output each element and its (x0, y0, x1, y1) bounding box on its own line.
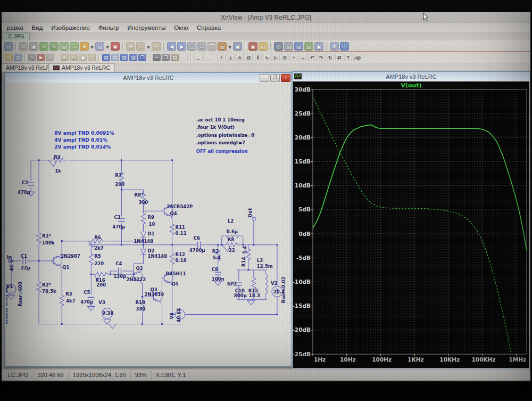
redo-icon[interactable]: ↷ (317, 54, 325, 61)
spice-directive-icon[interactable]: .op (353, 54, 361, 61)
save-icon[interactable]: ▤ (14, 54, 22, 61)
document-tab[interactable]: AMP18v v3 ReLRC (48, 63, 115, 72)
print-icon[interactable]: ▤ (203, 54, 211, 61)
export-icon[interactable]: → (70, 42, 79, 51)
minimize-button[interactable]: – (260, 74, 269, 82)
mirror-icon[interactable]: ⇄ (335, 54, 343, 61)
inductor-icon[interactable]: ∿ (263, 54, 271, 61)
settings-icon[interactable]: ⚙ (330, 42, 339, 51)
component-label: Q2 (136, 266, 143, 271)
paste-icon[interactable]: ▤ (171, 54, 179, 61)
probe-icon[interactable]: ∿ (28, 54, 36, 61)
grid-icon[interactable]: ⊞ (194, 54, 202, 61)
wallpaper-icon[interactable]: ▤ (218, 42, 227, 51)
component-label: 2N2907 (61, 253, 80, 259)
wire-icon[interactable]: / (218, 54, 226, 61)
rotate-right-icon[interactable]: ↻ (49, 42, 59, 51)
find-icon[interactable]: ◎ (274, 42, 283, 51)
capacitor-icon[interactable]: ‖ (254, 54, 262, 61)
text-icon[interactable]: T (344, 54, 352, 61)
red-eye-icon[interactable]: ◉ (111, 42, 120, 51)
trace-legend[interactable]: V(out) (293, 82, 529, 89)
zoom-icon[interactable]: ○ (136, 42, 145, 51)
dropdown-icon[interactable]: ▾ (146, 42, 151, 51)
copy-icon[interactable]: ❐ (162, 54, 170, 61)
move-icon[interactable]: + (290, 54, 298, 61)
zoom-in-icon[interactable]: ⊕ (126, 42, 135, 51)
component-icon[interactable]: D (281, 54, 289, 61)
waveform-icon (294, 73, 302, 79)
menu-item[interactable]: Изображение (47, 24, 94, 31)
slideshow-icon[interactable]: ▤ (95, 42, 104, 51)
component-label: 22 (229, 248, 235, 253)
rotate-left-icon[interactable]: ↺ (39, 42, 48, 51)
menu-item[interactable]: Фильтр (94, 24, 123, 31)
menu-item[interactable]: Вид (28, 24, 47, 31)
edit-icon[interactable]: ▤ (304, 42, 313, 51)
menu-item[interactable]: Инструменты (123, 24, 170, 31)
component-label: Q4 (170, 211, 177, 216)
cut-icon[interactable]: ✂ (153, 54, 161, 61)
rotate-icon[interactable]: ↻ (326, 54, 334, 61)
lock-icon[interactable]: ▣ (314, 42, 323, 51)
tag-icon[interactable]: ★ (80, 42, 89, 51)
menu-item[interactable]: Окно (170, 24, 193, 31)
zoom-in-icon[interactable]: ⊕ (61, 54, 69, 61)
dropdown-icon[interactable]: ▾ (105, 42, 110, 51)
find-icon[interactable]: ◎ (180, 54, 188, 61)
menu-item[interactable]: равка (3, 24, 28, 31)
menu-item[interactable]: Справка (193, 24, 225, 31)
component-label: 470µ (80, 299, 93, 305)
halt-icon[interactable]: ‖ (46, 54, 54, 61)
mouse-cursor (423, 13, 429, 22)
cascade-icon[interactable]: ❐ (138, 54, 146, 61)
zoom-out-icon[interactable]: ⊖ (70, 54, 78, 61)
fullscreen-icon[interactable]: ▣ (248, 42, 257, 51)
zoom-full-icon[interactable]: ▣ (79, 54, 87, 61)
browse-icon[interactable]: ▤ (259, 42, 268, 51)
schematic-canvas[interactable]: 8V ampl TND 0.0091%4V ampl TND 0.01%2V a… (6, 83, 291, 365)
resistor-icon[interactable]: Ω (245, 54, 253, 61)
tile-vertical-icon[interactable]: ▥ (129, 54, 137, 61)
undo-icon[interactable]: ↶ (308, 54, 316, 61)
plot-window-titlebar[interactable]: AMP18v v3 ReLRC (293, 72, 530, 82)
open-icon[interactable]: ▤ (5, 54, 13, 61)
zoom-out-icon[interactable]: ⊖ (152, 42, 161, 51)
dropdown-icon[interactable]: ▾ (228, 42, 232, 51)
drag-icon[interactable]: ↔ (299, 54, 307, 61)
close-button[interactable]: × (281, 74, 290, 82)
schematic-pane-icon[interactable]: ▤ (111, 54, 119, 61)
component-label: 100n (212, 276, 225, 282)
undo-icon[interactable]: ↺ (19, 42, 28, 51)
schematic-window-titlebar[interactable]: AMP18v v3 ReLRC – ❐ × (5, 73, 292, 83)
restore-button[interactable]: ❐ (270, 74, 280, 82)
fit-width-icon[interactable]: ▭ (197, 42, 206, 51)
pages-icon[interactable]: ❐ (207, 42, 217, 51)
print-icon[interactable]: ▤ (284, 42, 293, 51)
capture-icon[interactable]: ▤ (294, 42, 303, 51)
about-icon[interactable]: ⓘ (340, 42, 349, 51)
zoom-area-icon[interactable]: ◌ (88, 54, 96, 61)
previous-image-icon[interactable]: ◀ (167, 42, 176, 51)
next-image-icon[interactable]: ▶ (177, 42, 186, 51)
run-icon[interactable]: ▶ (37, 54, 45, 61)
crop-icon[interactable]: ▣ (29, 42, 38, 51)
tile-horizontal-icon[interactable]: ▤ (120, 54, 128, 61)
properties-icon[interactable]: ▣ (233, 42, 242, 51)
file-tab[interactable]: C.JPG (3, 32, 30, 40)
diode-icon[interactable]: ▷ (272, 54, 280, 61)
convert-icon[interactable]: ▤ (60, 42, 69, 51)
label-icon[interactable]: A (236, 54, 244, 61)
plot-canvas[interactable]: V(out) 30dB25dB20dB15dB10dB5dB0dB-5dB-10… (293, 81, 529, 368)
dropdown-icon[interactable]: ▾ (90, 42, 94, 51)
ground-icon[interactable]: ⊥ (227, 54, 235, 61)
component-label: 0.6µ (227, 229, 238, 234)
component-label: C5 (84, 290, 90, 295)
y-axis-tick-label: -20dB (293, 326, 311, 333)
plot-window-title: AMP18v v3 ReLRC (386, 73, 436, 80)
component-label: R14 (241, 257, 246, 267)
fit-window-icon[interactable]: ▢ (187, 42, 196, 51)
waveform-pane-icon[interactable]: ▤ (102, 54, 110, 61)
save-icon[interactable]: ▤ (4, 42, 13, 51)
app-titlebar[interactable]: XnView - [Amp V3 ReRLC.JPG] (2, 12, 530, 23)
